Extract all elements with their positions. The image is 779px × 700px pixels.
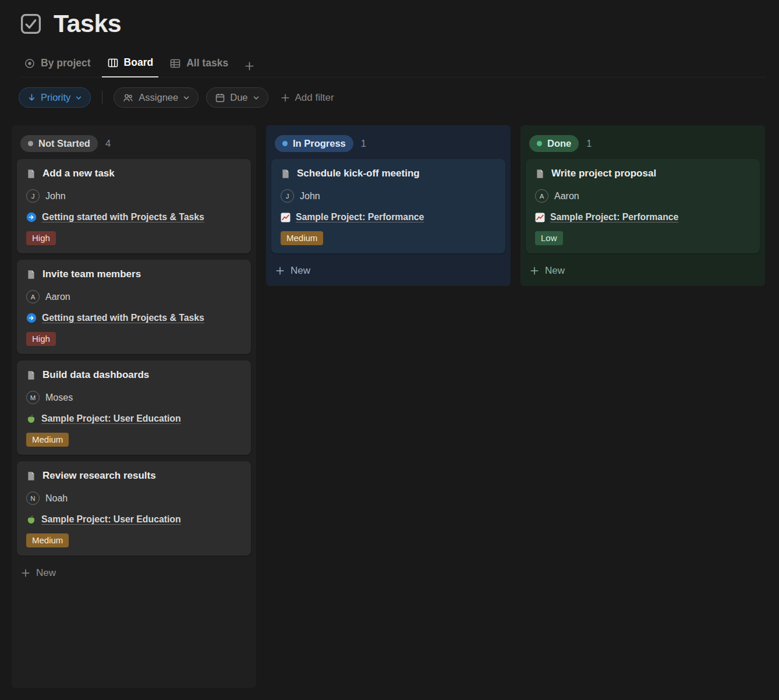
- priority-tag: Medium: [26, 433, 69, 447]
- calendar-icon: [215, 93, 225, 103]
- task-title: Schedule kick-off meeting: [297, 168, 420, 179]
- tab-label: All tasks: [186, 57, 228, 69]
- due-filter-chip[interactable]: Due: [206, 87, 268, 108]
- priority-tag: High: [26, 332, 56, 346]
- page-icon: [26, 169, 36, 179]
- board-icon: [107, 57, 119, 69]
- page-icon: [535, 169, 545, 179]
- sort-priority-chip[interactable]: Priority: [19, 87, 91, 108]
- task-card[interactable]: Review research results N Noah Sample Pr…: [17, 461, 251, 556]
- project-link[interactable]: Sample Project: User Education: [41, 413, 181, 424]
- add-view-button[interactable]: [239, 56, 260, 77]
- column-in-progress: In Progress 1 Schedule kick-off meeting …: [266, 125, 511, 286]
- column-done: Done 1 Write project proposal A Aaron Sa…: [520, 125, 765, 286]
- priority-tag: Low: [535, 231, 563, 245]
- column-count: 1: [586, 138, 592, 149]
- plus-icon: [275, 266, 285, 275]
- task-card[interactable]: Schedule kick-off meeting J John Sample …: [271, 159, 505, 253]
- assignee-name: John: [300, 191, 320, 201]
- add-filter-button[interactable]: Add filter: [281, 92, 334, 104]
- assignee-filter-chip[interactable]: Assignee: [114, 87, 199, 108]
- arrow-circle-icon: [26, 313, 37, 323]
- task-title: Build data dashboards: [43, 369, 149, 381]
- assignee-filter-label: Assignee: [139, 92, 178, 103]
- assignee-name: Noah: [45, 493, 68, 504]
- chart-icon: [535, 213, 545, 222]
- apple-icon: [26, 414, 36, 424]
- status-label: Done: [547, 138, 571, 149]
- column-header: Not Started 4: [15, 129, 253, 159]
- assignee-row: M Moses: [26, 391, 242, 404]
- project-link[interactable]: Getting started with Projects & Tasks: [42, 313, 204, 323]
- avatar-initial: A: [31, 294, 36, 300]
- assignee-row: N Noah: [26, 492, 242, 505]
- status-label: Not Started: [38, 138, 90, 149]
- new-task-label: New: [545, 265, 565, 277]
- chart-icon: [281, 213, 291, 222]
- project-link[interactable]: Sample Project: Performance: [296, 212, 424, 222]
- page-icon: [26, 370, 36, 380]
- plus-icon: [21, 568, 30, 578]
- assignee-row: A Aaron: [535, 189, 750, 203]
- task-card[interactable]: Write project proposal A Aaron Sample Pr…: [526, 159, 760, 253]
- new-task-label: New: [36, 567, 56, 579]
- assignee-name: Aaron: [554, 191, 579, 201]
- avatar-initial: A: [540, 193, 544, 200]
- project-link[interactable]: Getting started with Projects & Tasks: [42, 212, 204, 222]
- title-row: Tasks: [19, 9, 766, 38]
- task-title: Invite team members: [43, 268, 141, 280]
- column-header: In Progress 1: [270, 129, 507, 159]
- avatar: J: [281, 189, 294, 203]
- filter-divider: [102, 91, 102, 104]
- assignee-row: A Aaron: [26, 290, 242, 303]
- new-task-button[interactable]: New: [15, 562, 253, 585]
- sort-label: Priority: [41, 92, 70, 103]
- assignee-row: J John: [26, 189, 242, 203]
- avatar: A: [26, 290, 40, 303]
- new-task-button[interactable]: New: [270, 260, 507, 282]
- chevron-down-icon: [253, 94, 260, 101]
- status-pill-done[interactable]: Done: [529, 135, 579, 152]
- tasks-checkbox-icon: [19, 12, 43, 36]
- project-link[interactable]: Sample Project: User Education: [41, 514, 181, 525]
- priority-tag: High: [26, 231, 56, 245]
- plus-icon: [530, 266, 539, 275]
- project-link[interactable]: Sample Project: Performance: [550, 212, 678, 222]
- plus-icon: [281, 93, 290, 102]
- page-title: Tasks: [54, 9, 121, 38]
- avatar: M: [26, 391, 40, 404]
- task-card[interactable]: Add a new task J John Getting started wi…: [17, 159, 251, 253]
- avatar-initial: J: [31, 193, 35, 200]
- avatar-initial: M: [30, 394, 36, 401]
- task-card[interactable]: Build data dashboards M Moses Sample Pro…: [17, 360, 251, 455]
- tab-by-project[interactable]: By project: [19, 52, 96, 77]
- column-count: 1: [361, 138, 366, 149]
- arrow-down-icon: [27, 93, 36, 102]
- status-pill-in-progress[interactable]: In Progress: [275, 135, 353, 152]
- status-dot: [282, 141, 288, 146]
- column-count: 4: [105, 138, 111, 149]
- page-header: Tasks By project Board All tasks: [0, 0, 779, 108]
- task-title: Review research results: [43, 470, 156, 482]
- page-icon: [26, 270, 36, 280]
- task-card[interactable]: Invite team members A Aaron Getting star…: [17, 260, 251, 354]
- arrow-circle-icon: [26, 212, 37, 222]
- priority-tag: Medium: [281, 231, 323, 245]
- due-filter-label: Due: [230, 92, 247, 103]
- plus-icon: [245, 61, 254, 71]
- new-task-button[interactable]: New: [524, 260, 762, 282]
- status-pill-not-started[interactable]: Not Started: [20, 135, 98, 152]
- assignee-row: J John: [281, 189, 496, 203]
- avatar-initial: J: [286, 193, 289, 200]
- filter-bar: Priority Assignee Due: [19, 87, 766, 108]
- assignee-name: John: [45, 191, 66, 201]
- tab-board[interactable]: Board: [102, 52, 159, 77]
- new-task-label: New: [291, 265, 310, 277]
- page-icon: [281, 169, 291, 179]
- assignee-name: Moses: [45, 393, 73, 403]
- apple-icon: [26, 515, 36, 525]
- avatar-initial: N: [30, 495, 35, 502]
- tab-all-tasks[interactable]: All tasks: [164, 52, 233, 77]
- status-dot: [537, 141, 542, 146]
- assignee-name: Aaron: [45, 292, 70, 302]
